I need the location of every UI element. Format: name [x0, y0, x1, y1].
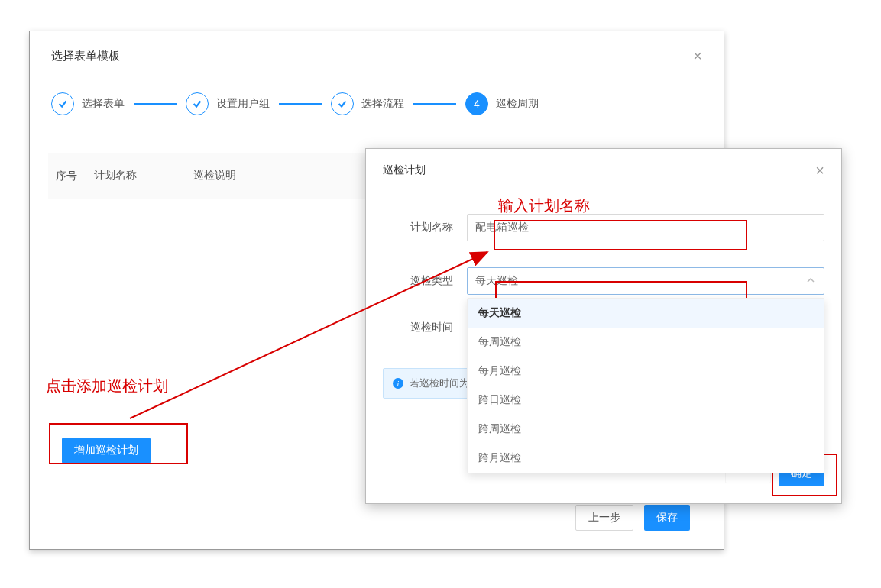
- step-label: 巡检周期: [496, 97, 539, 111]
- check-icon: [186, 92, 209, 115]
- info-icon: i: [393, 378, 403, 389]
- modal-header: 巡检计划 ×: [366, 149, 841, 192]
- col-seq: 序号: [56, 169, 86, 184]
- modal-title: 选择表单模板: [51, 49, 120, 63]
- wizard-steps: 选择表单 设置用户组 选择流程 4 巡检周期: [30, 85, 724, 138]
- modal-title: 巡检计划: [383, 163, 426, 177]
- step-connector: [279, 103, 322, 105]
- add-plan-button[interactable]: 增加巡检计划: [62, 438, 151, 464]
- check-icon: [51, 92, 74, 115]
- chevron-up-icon: [806, 275, 815, 287]
- step-inspection-cycle[interactable]: 4 巡检周期: [465, 92, 539, 115]
- step-number-icon: 4: [465, 92, 488, 115]
- inspection-type-select[interactable]: 每天巡检: [467, 267, 824, 295]
- prev-step-button[interactable]: 上一步: [575, 505, 633, 531]
- dropdown-option[interactable]: 跨周巡检: [468, 415, 824, 444]
- step-connector: [134, 103, 177, 105]
- dropdown-option[interactable]: 每周巡检: [468, 328, 824, 357]
- inspection-time-label: 巡检时间: [383, 321, 467, 334]
- inspection-type-row: 巡检类型 每天巡检 每天巡检 每周巡检 每月巡检 跨日巡检 跨周巡检 跨月巡检: [383, 267, 824, 295]
- footer-buttons: 上一步 保存: [575, 505, 690, 531]
- plan-name-label: 计划名称: [383, 221, 467, 234]
- dropdown-option[interactable]: 跨月巡检: [468, 444, 824, 473]
- close-icon[interactable]: ×: [693, 48, 702, 63]
- inspection-type-label: 巡检类型: [383, 274, 467, 288]
- step-select-process[interactable]: 选择流程: [331, 92, 404, 115]
- close-icon[interactable]: ×: [815, 163, 824, 178]
- modal-header: 选择表单模板 ×: [30, 31, 724, 85]
- step-connector: [413, 103, 456, 105]
- save-button[interactable]: 保存: [644, 505, 690, 531]
- col-desc: 巡检说明: [193, 169, 300, 184]
- step-label: 设置用户组: [216, 97, 270, 111]
- select-value: 每天巡检: [475, 274, 518, 288]
- step-label: 选择流程: [361, 97, 404, 111]
- dropdown-option[interactable]: 每天巡检: [468, 299, 824, 328]
- inspection-type-dropdown: 每天巡检 每周巡检 每月巡检 跨日巡检 跨周巡检 跨月巡检: [467, 298, 824, 473]
- info-text: 若巡检时间为: [410, 376, 469, 390]
- inspection-plan-modal: 巡检计划 × 计划名称 巡检类型 每天巡检 每天巡检 每周巡检 每月巡检: [365, 148, 842, 504]
- form-body: 计划名称 巡检类型 每天巡检 每天巡检 每周巡检 每月巡检 跨日巡检 跨周巡检: [366, 192, 841, 368]
- dropdown-option[interactable]: 跨日巡检: [468, 386, 824, 415]
- step-set-usergroup[interactable]: 设置用户组: [186, 92, 270, 115]
- plan-name-input[interactable]: [467, 214, 824, 241]
- plan-name-row: 计划名称: [383, 214, 824, 241]
- dropdown-option[interactable]: 每月巡检: [468, 357, 824, 386]
- col-name: 计划名称: [86, 169, 193, 184]
- step-select-form[interactable]: 选择表单: [51, 92, 125, 115]
- check-icon: [331, 92, 354, 115]
- step-label: 选择表单: [82, 97, 125, 111]
